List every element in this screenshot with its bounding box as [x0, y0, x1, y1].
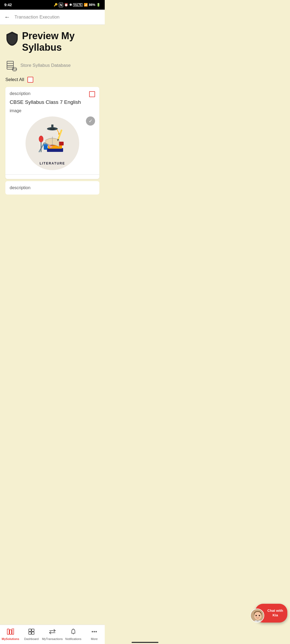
card2-description-label: description — [10, 185, 30, 190]
battery-label: 86% — [89, 3, 95, 7]
subtitle-text: Store Syllabus Database — [20, 63, 71, 68]
status-bar: 9:42 🔑 N ⏰ ✱ VoLTE 📶 86% 🔋 — [0, 0, 105, 10]
literature-illustration: LITERATURE — [26, 116, 79, 170]
header: ← Transaction Execution — [0, 10, 105, 25]
description-label: description — [10, 91, 30, 96]
card-checkbox[interactable] — [89, 91, 95, 97]
field-value: CBSE Syllabus Class 7 English — [10, 99, 95, 105]
literature-label: LITERATURE — [39, 162, 65, 165]
signal-icon: 📶 — [84, 3, 88, 7]
header-title: Transaction Execution — [15, 14, 60, 20]
svg-rect-8 — [47, 148, 63, 152]
key-icon: 🔑 — [54, 3, 58, 7]
card-1: description CBSE Syllabus Class 7 Englis… — [5, 87, 99, 179]
card-header: description — [10, 91, 95, 97]
volte-icon: VoLTE — [73, 3, 83, 7]
literature-svg — [31, 121, 74, 162]
status-icons: 🔑 N ⏰ ✱ VoLTE 📶 86% 🔋 — [54, 3, 100, 7]
svg-rect-14 — [51, 125, 53, 128]
shield-icon — [5, 31, 19, 46]
svg-line-21 — [39, 143, 44, 152]
card-2: description — [5, 181, 99, 195]
svg-point-25 — [39, 136, 43, 142]
image-label: image — [10, 108, 95, 113]
battery-icon: 🔋 — [96, 3, 100, 7]
back-button[interactable]: ← — [4, 14, 10, 21]
main-content: Preview My Syllabus Store Syllabus Datab… — [0, 25, 105, 195]
alarm-icon: ⏰ — [64, 3, 68, 7]
nfc-icon: N — [59, 3, 63, 7]
bluetooth-icon: ✱ — [69, 3, 72, 7]
select-all-label: Select All — [5, 77, 24, 82]
literature-image-area: ✓ — [10, 116, 95, 170]
page-title: Preview My Syllabus — [22, 30, 99, 53]
subtitle-row: Store Syllabus Database — [5, 60, 99, 71]
select-all-checkbox[interactable] — [27, 77, 33, 83]
select-all-row: Select All — [5, 77, 99, 83]
status-time: 9:42 — [4, 3, 12, 7]
check-circle: ✓ — [86, 116, 95, 126]
database-icon — [5, 60, 17, 71]
card-divider — [5, 174, 99, 175]
svg-line-15 — [57, 129, 59, 133]
page-header: Preview My Syllabus — [5, 30, 99, 53]
